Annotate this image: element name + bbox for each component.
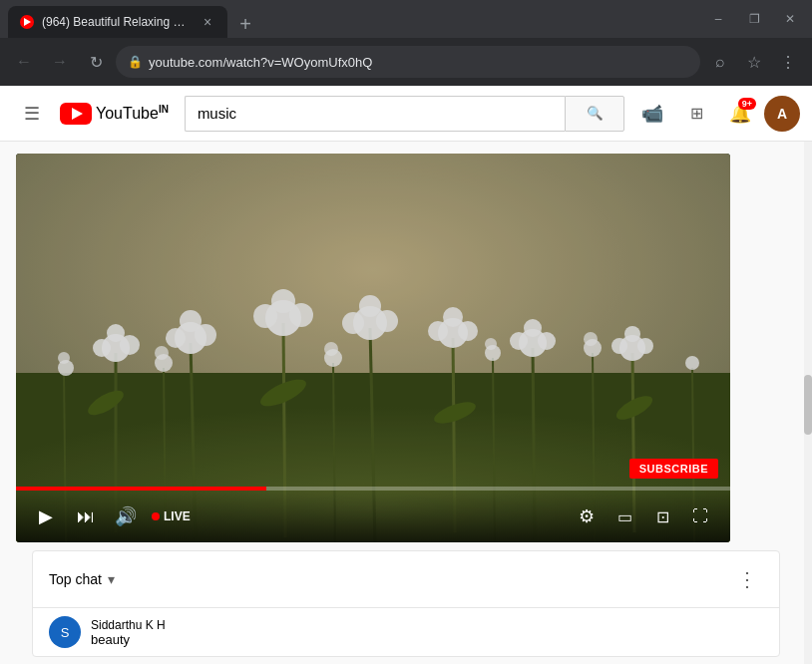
theater-icon: ▭ <box>617 507 632 526</box>
add-video-button[interactable]: 📹 <box>632 94 672 134</box>
maximize-button[interactable]: ❐ <box>740 5 768 33</box>
youtube-logo-text: YouTubeIN <box>96 104 169 123</box>
video-controls: ▶ ⏭ 🔊 LIVE ⚙ <box>16 491 730 542</box>
youtube-logo-icon <box>60 103 92 125</box>
refresh-button[interactable]: ↻ <box>80 46 112 78</box>
scrollbar-thumb[interactable] <box>804 375 812 435</box>
title-bar: (964) Beautiful Relaxing Hymns, × + – ❐ … <box>0 0 812 38</box>
svg-rect-58 <box>16 154 730 542</box>
settings-button[interactable]: ⚙ <box>569 498 605 534</box>
live-badge: LIVE <box>152 509 191 523</box>
tab-favicon <box>20 15 34 29</box>
active-tab[interactable]: (964) Beautiful Relaxing Hymns, × <box>8 6 227 38</box>
bookmark-button[interactable]: ☆ <box>738 46 770 78</box>
live-dot <box>152 512 160 520</box>
url-text: youtube.com/watch?v=WOyomUfx0hQ <box>149 55 372 70</box>
chat-message-content: Siddarthu K H beauty <box>91 618 166 647</box>
theater-mode-button[interactable]: ▭ <box>607 498 642 534</box>
close-button[interactable]: ✕ <box>776 5 804 33</box>
notification-badge: 9+ <box>738 98 756 110</box>
youtube-header: ☰ YouTubeIN 🔍 📹 <box>0 86 812 142</box>
account-avatar[interactable]: A <box>764 96 800 132</box>
video-background-svg <box>16 154 730 542</box>
chat-title: Top chat <box>49 571 102 587</box>
chat-header: Top chat ▾ ⋮ <box>33 551 779 608</box>
chat-message: S Siddarthu K H beauty <box>33 608 779 656</box>
apps-button[interactable]: ⊞ <box>676 94 716 134</box>
browser-right-icons: ⌕ ☆ ⋮ <box>704 46 804 78</box>
minimize-button[interactable]: – <box>704 5 732 33</box>
subscribe-button[interactable]: SUBSCRIBE <box>629 459 718 479</box>
video-container: SUBSCRIBE ▶ ⏭ 🔊 <box>16 154 730 542</box>
settings-icon: ⚙ <box>579 505 595 527</box>
scrollbar[interactable] <box>804 86 812 664</box>
new-tab-button[interactable]: + <box>231 10 259 38</box>
search-bar: 🔍 <box>185 96 624 132</box>
grid-icon: ⊞ <box>690 104 703 123</box>
youtube-right-icons: 📹 ⊞ 🔔 9+ A <box>632 94 800 134</box>
miniplayer-icon: ⊡ <box>656 507 669 526</box>
video-thumbnail <box>16 154 730 542</box>
fullscreen-button[interactable]: ⛶ <box>682 498 718 534</box>
chat-username: Siddarthu K H <box>91 618 166 632</box>
tab-area: (964) Beautiful Relaxing Hymns, × + <box>8 0 700 38</box>
chat-text: beauty <box>91 632 166 647</box>
miniplayer-button[interactable]: ⊡ <box>644 498 680 534</box>
hamburger-menu[interactable]: ☰ <box>12 94 52 134</box>
tab-title: (964) Beautiful Relaxing Hymns, <box>42 15 192 29</box>
chat-more-button[interactable]: ⋮ <box>731 563 763 595</box>
youtube-logo[interactable]: YouTubeIN <box>60 103 169 125</box>
fullscreen-icon: ⛶ <box>692 507 708 525</box>
window-controls: – ❐ ✕ <box>704 5 804 33</box>
video-section: SUBSCRIBE ▶ ⏭ 🔊 <box>0 142 812 664</box>
play-icon <box>72 108 83 120</box>
browser-more-button[interactable]: ⋮ <box>772 46 804 78</box>
notifications-button[interactable]: 🔔 9+ <box>720 94 760 134</box>
video-camera-icon: 📹 <box>641 103 663 125</box>
tab-close-button[interactable]: × <box>200 14 215 30</box>
chat-avatar: S <box>49 616 81 648</box>
right-controls: ⚙ ▭ ⊡ ⛶ <box>569 498 718 534</box>
page-content: ☰ YouTubeIN 🔍 📹 <box>0 86 812 664</box>
chat-dropdown-icon[interactable]: ▾ <box>108 571 115 587</box>
search-button[interactable]: 🔍 <box>565 96 624 132</box>
browser-frame: (964) Beautiful Relaxing Hymns, × + – ❐ … <box>0 0 812 664</box>
browser-search-button[interactable]: ⌕ <box>704 46 736 78</box>
chat-title-area: Top chat ▾ <box>49 571 115 587</box>
volume-icon: 🔊 <box>115 505 137 527</box>
back-button[interactable]: ← <box>8 46 40 78</box>
search-input[interactable] <box>185 96 565 132</box>
play-icon: ▶ <box>39 505 53 527</box>
skip-button[interactable]: ⏭ <box>68 498 104 534</box>
volume-button[interactable]: 🔊 <box>108 498 144 534</box>
forward-button[interactable]: → <box>44 46 76 78</box>
search-icon: 🔍 <box>587 106 604 121</box>
address-bar: ← → ↻ 🔒 youtube.com/watch?v=WOyomUfx0hQ … <box>0 38 812 86</box>
chat-section: Top chat ▾ ⋮ S Siddarthu K H beauty <box>32 550 780 657</box>
skip-icon: ⏭ <box>77 506 95 527</box>
lock-icon: 🔒 <box>128 55 143 69</box>
url-bar[interactable]: 🔒 youtube.com/watch?v=WOyomUfx0hQ <box>116 46 700 78</box>
play-button[interactable]: ▶ <box>28 498 64 534</box>
